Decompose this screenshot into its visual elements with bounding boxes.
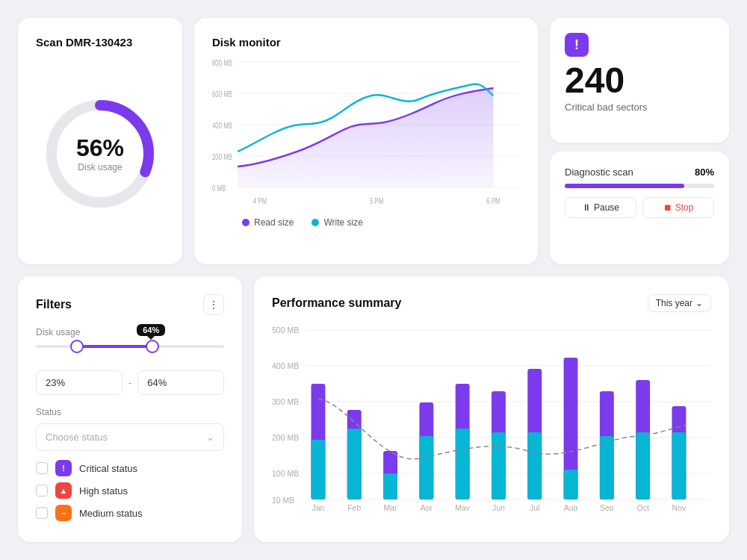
range-fill [77,345,152,348]
medium-label: Medium status [79,508,143,519]
status-checkbox-medium[interactable] [36,507,48,519]
progress-bar-bg [565,184,714,188]
pause-label: Pause [594,202,619,213]
monitor-title: Disk monitor [212,36,520,49]
status-placeholder: Choose status [46,432,108,443]
svg-text:300 MB: 300 MB [272,398,299,406]
svg-text:500 MB: 500 MB [272,326,299,335]
scan-title: Scan DMR-130423 [36,36,164,49]
svg-rect-29 [311,440,326,500]
diag-pct: 80% [695,167,714,178]
scan-card: Scan DMR-130423 56% Disk usage [18,18,182,264]
donut-wrapper: 56% Disk usage [36,60,164,246]
status-item-critical: ! Critical status [36,460,224,476]
stop-label: Stop [675,202,694,213]
svg-rect-41 [527,432,542,500]
perf-title: Performance summary [272,296,401,310]
alert-card: ! 240 Critical bad sectors [550,18,729,143]
year-select-label: This year [656,298,692,308]
filters-header: Filters ⋮ [36,294,224,315]
stop-icon: ⏹ [663,202,672,213]
perf-svg: 500 MB 400 MB 300 MB 200 MB 100 MB 10 MB [272,324,711,511]
critical-badge: ! [55,460,72,476]
medium-badge: – [55,505,72,521]
diag-row: Diagnostic scan 80% [565,167,714,178]
svg-text:5 PM: 5 PM [370,196,383,206]
high-label: High status [79,485,128,497]
svg-text:400 MB: 400 MB [212,121,232,131]
legend-read: Read size [242,217,294,228]
svg-text:10 MB: 10 MB [272,497,295,505]
pause-button[interactable]: ⏸ Pause [565,197,636,218]
range-slider[interactable]: 64% [36,345,224,361]
svg-text:Sep: Sep [600,504,614,511]
status-list: ! Critical status ▲ High status – Medium… [36,460,224,521]
filters-title: Filters [36,298,72,311]
svg-rect-31 [347,429,362,500]
pause-icon: ⏸ [582,202,591,213]
write-label: Write size [323,217,362,228]
svg-text:Nov: Nov [672,504,687,511]
svg-rect-49 [672,432,686,500]
performance-card: Performance summary This year ⌄ 500 MB 4… [254,276,729,542]
alert-icon: ! [565,33,589,57]
disk-usage-filter-label: Disk usage [36,327,224,337]
legend-write: Write size [311,217,362,228]
progress-bar-fill [565,184,684,188]
status-filter-label: Status [36,407,224,417]
svg-rect-47 [636,432,650,500]
svg-text:800 MB: 800 MB [212,58,232,68]
svg-text:100 MB: 100 MB [272,470,299,478]
svg-rect-39 [492,432,506,500]
svg-text:200 MB: 200 MB [272,434,299,442]
monitor-legend: Read size Write size [212,217,520,228]
svg-text:6 PM: 6 PM [486,196,500,206]
range-thumb-left[interactable] [70,340,84,353]
svg-text:Mar: Mar [384,504,398,511]
year-select-chevron: ⌄ [695,298,703,308]
status-dropdown[interactable]: Choose status ⌄ [36,423,224,451]
stop-button[interactable]: ⏹ Stop [642,197,714,218]
svg-text:Jan: Jan [311,504,324,511]
range-max-input[interactable]: 64% [137,370,224,395]
svg-rect-37 [456,429,470,500]
critical-label: Critical status [79,463,137,474]
svg-rect-35 [419,436,433,500]
range-inputs: 23% - 64% [36,370,224,395]
dropdown-chevron-icon: ⌄ [206,432,214,443]
svg-text:May: May [455,504,471,511]
diag-label: Diagnostic scan [565,167,633,178]
svg-text:200 MB: 200 MB [212,152,232,162]
filters-menu-button[interactable]: ⋮ [203,294,224,315]
svg-rect-43 [564,470,578,500]
svg-text:Apr: Apr [421,504,433,511]
write-dot [311,219,319,226]
svg-text:Jun: Jun [492,504,505,511]
svg-text:Feb: Feb [347,504,361,511]
high-badge: ▲ [55,482,72,499]
svg-text:Jul: Jul [530,504,539,511]
monitor-svg: 800 MB 600 MB 400 MB 200 MB 0 MB 4 PM 5 … [212,55,520,211]
range-min-input[interactable]: 23% [36,370,123,395]
range-separator: - [128,377,131,388]
svg-text:600 MB: 600 MB [212,90,232,99]
range-tooltip: 64% [137,324,165,336]
svg-text:0 MB: 0 MB [212,184,226,193]
status-checkbox-high[interactable] [36,485,48,497]
diagnostic-card: Diagnostic scan 80% ⏸ Pause ⏹ Stop [550,152,729,264]
range-thumb-right[interactable] [146,340,159,353]
disk-usage-label: Disk usage [76,162,124,172]
year-select[interactable]: This year ⌄ [648,294,711,312]
svg-text:4 PM: 4 PM [253,196,267,206]
disk-usage-pct: 56% [76,134,124,162]
svg-rect-45 [600,436,614,500]
status-checkbox-critical[interactable] [36,462,48,474]
alert-number: 240 [565,63,714,99]
status-item-medium: – Medium status [36,505,224,521]
monitor-chart: 800 MB 600 MB 400 MB 200 MB 0 MB 4 PM 5 … [212,55,520,211]
status-item-high: ▲ High status [36,482,224,499]
alert-description: Critical bad sectors [565,102,714,113]
perf-chart: 500 MB 400 MB 300 MB 200 MB 100 MB 10 MB [272,324,711,511]
read-label: Read size [254,217,294,228]
diag-buttons: ⏸ Pause ⏹ Stop [565,197,714,218]
